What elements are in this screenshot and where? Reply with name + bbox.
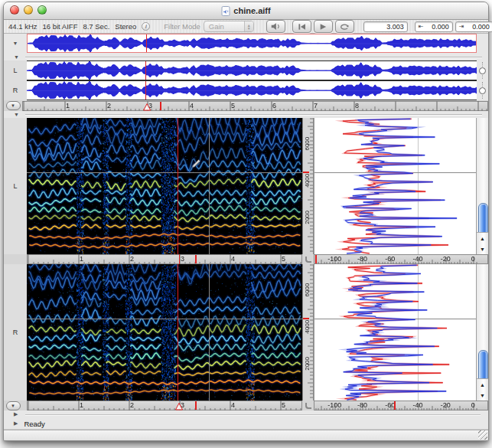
frequency-ruler-bottom[interactable] [302, 264, 314, 401]
skip-to-start-button[interactable] [292, 20, 311, 33]
status-text: Ready [24, 420, 44, 428]
close-button[interactable] [10, 5, 19, 15]
status-disclosure-icon[interactable]: ▶ [14, 420, 18, 427]
collapse-analysis-button[interactable]: ▼ [6, 401, 21, 410]
ruler-corner-icon [302, 401, 314, 410]
skip-to-start-icon [297, 23, 307, 31]
collapsed-pane: ▶ [4, 410, 488, 418]
waveform-right-canvas[interactable] [27, 81, 477, 100]
duration: 8.7 Sec. [83, 22, 109, 31]
selection-start-field[interactable]: ⇤ 0.000 [415, 21, 453, 32]
document-icon [221, 6, 230, 16]
play-icon [318, 23, 327, 31]
position-field[interactable]: 3.003 [363, 21, 408, 32]
collapse-waveform-button[interactable]: ▼ [6, 101, 21, 110]
waveform-left-zoom-slider[interactable] [477, 60, 488, 80]
spectrum-left-scrollbar[interactable]: ▲ ▼ [476, 118, 488, 254]
waveform-section-divider: ▼ [4, 53, 488, 60]
spectrogram-left-label: L [4, 118, 27, 254]
status-bar: ▶ Ready [4, 418, 488, 430]
spectrogram-right-canvas[interactable] [27, 264, 302, 401]
zoom-button[interactable] [37, 5, 47, 15]
filter-mode-label: Filter Mode [164, 22, 200, 31]
spectrum-left-canvas[interactable] [314, 118, 476, 254]
resize-grip[interactable] [478, 430, 487, 440]
app-window: chine.aiff 44.1 kHz 16 bit AIFF 8.7 Sec.… [3, 2, 489, 441]
frequency-ruler-top[interactable] [302, 118, 314, 254]
speaker-icon [270, 22, 281, 31]
play-button[interactable] [314, 20, 333, 33]
selection-end-field[interactable]: ⇥ 0.000 [455, 21, 492, 32]
overview-selection-box [27, 34, 477, 53]
loop-icon [339, 23, 350, 31]
channels: Stereo [115, 22, 136, 31]
level-ruler-top[interactable] [314, 254, 488, 264]
window-bottom-edge [4, 430, 488, 440]
bit-depth: 16 bit AIFF [43, 22, 78, 31]
slider-knob-icon[interactable] [479, 67, 486, 74]
scroll-down-icon[interactable]: ▼ [480, 247, 485, 252]
title-bar[interactable]: chine.aiff [4, 2, 488, 20]
scroll-up-icon[interactable]: ▲ [480, 382, 485, 388]
selection-end-icon: ⇥ [459, 23, 464, 30]
loop-button[interactable] [335, 20, 354, 33]
file-info: 44.1 kHz 16 bit AIFF 8.7 Sec. Stereo i [8, 22, 150, 31]
spectrogram-time-ruler-bottom[interactable] [27, 401, 302, 410]
sample-rate: 44.1 kHz [8, 22, 37, 31]
filter-mode-select[interactable]: Gain ▲▼ [204, 21, 254, 32]
analysis-section-divider: ▼ [4, 111, 488, 118]
waveform-time-ruler[interactable] [22, 101, 488, 111]
minimize-button[interactable] [24, 5, 33, 15]
level-ruler-bottom[interactable] [314, 401, 488, 410]
waveform-right-label: R [4, 80, 27, 100]
analysis-disclosure-icon[interactable]: ▼ [14, 112, 19, 117]
stepper-icon: ▲▼ [244, 21, 253, 31]
spectrum-right-canvas[interactable] [314, 264, 476, 401]
spectrogram-right-label: R [4, 264, 27, 401]
selection-start-icon: ⇤ [419, 23, 424, 30]
toolbar: 44.1 kHz 16 bit AIFF 8.7 Sec. Stereo i F… [4, 20, 488, 34]
window-title: chine.aiff [233, 6, 270, 15]
waveform-left-canvas[interactable] [27, 61, 477, 80]
spectrogram-time-ruler-mid[interactable] [27, 254, 302, 264]
spectrum-right-scrollbar[interactable]: ▲ ▼ [476, 264, 488, 401]
overview-disclosure-icon[interactable]: ▼ [13, 41, 18, 46]
scroll-up-icon[interactable]: ▲ [480, 236, 485, 241]
scroll-down-icon[interactable]: ▼ [480, 393, 485, 398]
waveform-disclosure-icon[interactable]: ▼ [14, 54, 19, 60]
spectrogram-left-canvas[interactable] [27, 118, 302, 254]
info-icon[interactable]: i [142, 22, 150, 31]
slider-knob-icon[interactable] [479, 87, 486, 94]
waveform-overview-canvas[interactable] [28, 34, 476, 52]
waveform-right-zoom-slider[interactable] [477, 80, 488, 100]
speaker-button[interactable] [266, 20, 285, 33]
ruler-corner-icon [302, 254, 314, 264]
waveform-left-label: L [4, 60, 27, 80]
collapsed-pane-disclosure-icon[interactable]: ▶ [14, 411, 18, 417]
